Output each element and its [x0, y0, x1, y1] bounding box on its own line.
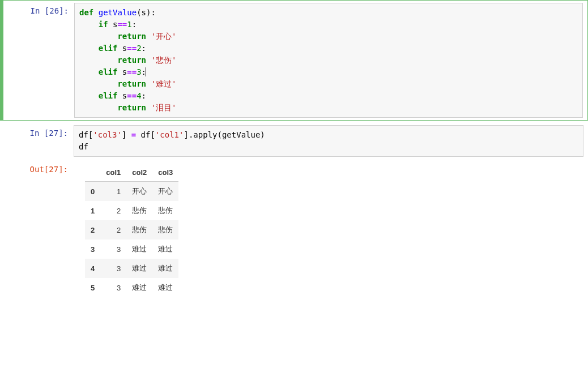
table-cell: 难过	[126, 259, 152, 278]
column-header: col1	[100, 164, 126, 182]
code-input[interactable]: df['col3'] = df['col1'].apply(getValue) …	[74, 125, 583, 157]
row-index: 3	[85, 239, 100, 259]
column-header: col3	[152, 164, 178, 182]
code-cell-26[interactable]: In [26]: def getValue(s): if s==1: retur…	[0, 0, 588, 121]
table-cell: 3	[100, 259, 126, 278]
table-cell: 难过	[152, 239, 178, 259]
output-prompt: Out[27]:	[0, 161, 74, 174]
table-cell: 悲伤	[126, 201, 152, 220]
input-prompt: In [27]:	[0, 125, 74, 138]
row-index: 2	[85, 220, 100, 239]
table-row: 22悲伤悲伤	[85, 220, 178, 239]
row-index: 5	[85, 278, 100, 297]
dataframe-table: col1col2col3 01开心开心12悲伤悲伤22悲伤悲伤33难过难过43难…	[85, 164, 178, 297]
column-header: col2	[126, 164, 152, 182]
table-cell: 悲伤	[152, 201, 178, 220]
table-row: 53难过难过	[85, 278, 178, 297]
code-input[interactable]: def getValue(s): if s==1: return '开心' el…	[74, 3, 583, 118]
table-cell: 难过	[126, 278, 152, 297]
table-cell: 悲伤	[152, 220, 178, 239]
table-row: 43难过难过	[85, 259, 178, 278]
table-cell: 开心	[126, 182, 152, 202]
output-cell-27: Out[27]: col1col2col3 01开心开心12悲伤悲伤22悲伤悲伤…	[0, 159, 588, 299]
table-cell: 3	[100, 239, 126, 259]
code-cell-27[interactable]: In [27]: df['col3'] = df['col1'].apply(g…	[0, 123, 588, 159]
table-row: 01开心开心	[85, 182, 178, 202]
table-cell: 开心	[152, 182, 178, 202]
table-row: 12悲伤悲伤	[85, 201, 178, 220]
table-cell: 3	[100, 278, 126, 297]
table-cell: 1	[100, 182, 126, 202]
row-index: 0	[85, 182, 100, 202]
table-cell: 2	[100, 201, 126, 220]
table-cell: 难过	[126, 239, 152, 259]
row-index: 1	[85, 201, 100, 220]
row-index: 4	[85, 259, 100, 278]
table-cell: 悲伤	[126, 220, 152, 239]
table-cell: 2	[100, 220, 126, 239]
table-cell: 难过	[152, 259, 178, 278]
input-prompt: In [26]:	[1, 3, 74, 15]
table-cell: 难过	[152, 278, 178, 297]
table-row: 33难过难过	[85, 239, 178, 259]
